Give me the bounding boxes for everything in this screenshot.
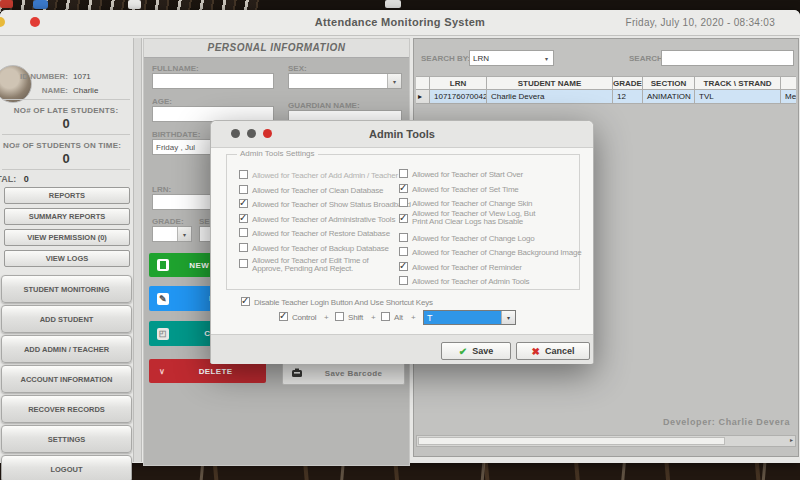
checkbox-alt-key[interactable]: [381, 312, 390, 321]
divider: [2, 99, 130, 100]
cell-lrn: 107176070042: [430, 90, 487, 104]
header-track-strand[interactable]: TRACK \ STRAND: [695, 76, 781, 90]
sidebar-item-account-information[interactable]: ACCOUNT INFORMATION: [1, 365, 132, 393]
admin-tools-dialog: Admin Tools Admin Tools Settings Allowed…: [210, 120, 594, 364]
fullname-label: FULLNAME:: [152, 64, 199, 73]
checkbox-administrative-tools[interactable]: [239, 214, 248, 223]
chevron-down-icon[interactable]: ▾: [387, 74, 401, 88]
checkbox-backup-database[interactable]: [239, 243, 248, 252]
checkbox-change-logo[interactable]: [399, 233, 408, 242]
personal-info-header: PERSONAL INFORMATION: [144, 39, 409, 58]
cell-grade: 12: [613, 90, 643, 104]
checkbox-control-key[interactable]: [279, 312, 288, 321]
total-label: TOTAL:: [0, 174, 16, 184]
horizontal-scrollbar[interactable]: ▸: [416, 435, 796, 447]
taskbar-white-icon-2[interactable]: [385, 0, 401, 8]
dialog-titlebar: Admin Tools: [211, 121, 593, 148]
sidebar-item-view-permission[interactable]: VIEW PERMISSION (0): [4, 229, 130, 246]
birthdate-label: BIRTHDATE:: [152, 130, 200, 139]
table-row[interactable]: ▸ 107176070042 Charlie Devera 12 ANIMATI…: [416, 90, 796, 104]
chevron-down-icon[interactable]: ▾: [177, 227, 191, 241]
cell-section: ANIMATION: [643, 90, 695, 104]
checkbox-label: Allowed for Teacher of Reminder: [412, 263, 522, 272]
late-students-label: NO# OF LATE STUDENTS:: [0, 106, 132, 115]
divider: [2, 169, 130, 170]
total-row: TOTAL: 0: [0, 174, 29, 184]
guardian-label: GUARDIAN NAME:: [288, 101, 360, 110]
sidebar-item-recover-records[interactable]: RECOVER RECORDS: [1, 395, 132, 423]
cell-partial: Melo: [781, 90, 796, 104]
sidebar-scrollbar[interactable]: [133, 38, 142, 462]
sidebar-item-summary-reports[interactable]: SUMMARY REPORTS: [4, 208, 130, 225]
chevron-down-icon[interactable]: ▾: [501, 311, 515, 324]
cancel-x-icon: ✖: [532, 346, 540, 357]
id-number-value: 1071: [73, 72, 91, 81]
ontime-students-value: 0: [0, 151, 132, 166]
cell-track-strand: TVL: [695, 90, 781, 104]
checkbox-set-time[interactable]: [399, 184, 408, 193]
checkbox-admin-tools[interactable]: [399, 276, 408, 285]
search-label: SEARCH:: [629, 54, 665, 63]
total-value: 0: [24, 174, 29, 184]
checkbox-reminder[interactable]: [399, 262, 408, 271]
scrollbar-thumb[interactable]: [418, 437, 725, 445]
save-barcode-button[interactable]: Save Barcode: [282, 361, 405, 385]
cancel-button[interactable]: ✖ Cancel: [516, 342, 590, 360]
checkbox-show-status-broadband[interactable]: [239, 199, 248, 208]
sidebar: ID NUMBER: 1071 NAME: Charlie NO# OF LAT…: [0, 35, 133, 463]
checkbox-start-over[interactable]: [399, 169, 408, 178]
fullname-input[interactable]: [152, 73, 274, 89]
checkbox-view-log[interactable]: [399, 214, 408, 223]
checkbox-label: Allowed for Teacher of Restore Database: [252, 229, 390, 238]
table-header-row: LRN STUDENT NAME GRADE SECTION TRACK \ S…: [416, 76, 796, 90]
sidebar-item-student-monitoring[interactable]: STUDENT MONITORING: [1, 275, 132, 303]
sidebar-item-logout[interactable]: LOGOUT: [1, 455, 132, 480]
header-grade[interactable]: GRADE: [613, 76, 643, 90]
avatar: [0, 65, 32, 103]
search-by-value: LRN: [470, 54, 540, 63]
sex-select[interactable]: ▾: [288, 73, 402, 89]
divider: [2, 134, 130, 135]
grade-label: GRADE:: [152, 217, 184, 226]
sidebar-item-add-admin-teacher[interactable]: ADD ADMIN / TEACHER: [1, 335, 132, 363]
search-by-select[interactable]: LRN ▾: [469, 50, 554, 66]
header-student-name[interactable]: STUDENT NAME: [487, 76, 613, 90]
checkbox-label: Allowed for Teacher of Change Background…: [412, 248, 581, 257]
name-label: NAME:: [20, 86, 68, 95]
checkbox-label: Allowed for Teacher of Backup Database: [252, 244, 389, 253]
sidebar-item-view-logs[interactable]: VIEW LOGS: [4, 250, 130, 267]
age-label: AGE:: [152, 97, 172, 106]
checkbox-shift-key[interactable]: [335, 312, 344, 321]
header-lrn[interactable]: LRN: [430, 76, 487, 90]
checkbox-disable-teacher-login[interactable]: [241, 297, 250, 306]
header-section[interactable]: SECTION: [643, 76, 695, 90]
scroll-right-arrow-icon[interactable]: ▸: [790, 436, 793, 443]
checkbox-restore-database[interactable]: [239, 228, 248, 237]
taskbar-blue-app-icon[interactable]: [33, 0, 48, 9]
chevron-down-icon[interactable]: ▾: [540, 51, 553, 65]
checkbox-change-skin[interactable]: [399, 198, 408, 207]
checkbox-label: Allowed for Teacher of View Log, But Pri…: [412, 210, 552, 226]
checkbox-add-admin-teacher[interactable]: [239, 170, 248, 179]
modifier-label: Alt: [394, 313, 403, 322]
sidebar-item-reports[interactable]: REPORTS: [4, 187, 130, 204]
checkbox-label: Allowed for Teacher of Admin Tools: [412, 277, 529, 286]
save-button[interactable]: ✔ Save: [441, 342, 511, 360]
checkbox-change-background[interactable]: [399, 247, 408, 256]
sidebar-item-settings[interactable]: SETTINGS: [1, 425, 132, 453]
checkbox-edit-time[interactable]: [239, 259, 248, 268]
shortcut-key-select[interactable]: T ▾: [423, 310, 516, 325]
taskbar-red-icon[interactable]: [0, 0, 13, 8]
shortcut-key-value: T: [424, 311, 501, 324]
search-input[interactable]: [661, 50, 794, 66]
late-students-value: 0: [0, 116, 132, 131]
search-by-label: SEARCH BY:: [421, 54, 470, 63]
checkbox-clean-database[interactable]: [239, 185, 248, 194]
checkbox-label: Allowed for Teacher of Start Over: [412, 170, 523, 179]
cell-student-name: Charlie Devera: [487, 90, 613, 104]
modifier-label: Control: [292, 313, 316, 322]
sidebar-item-add-student[interactable]: ADD STUDENT: [1, 305, 132, 333]
taskbar-white-icon[interactable]: [128, 0, 141, 9]
checkbox-label: Disable Teacher Login Button And Use Sho…: [254, 298, 433, 307]
grade-select[interactable]: ▾: [152, 226, 192, 242]
